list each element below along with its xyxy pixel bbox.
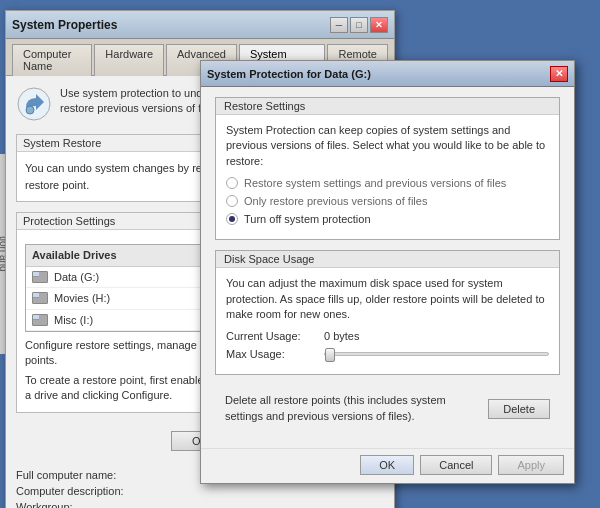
sys-props-titlebar: System Properties ─ □ ✕ [6,11,394,39]
inner-close-button[interactable]: ✕ [550,66,568,82]
close-button[interactable]: ✕ [370,17,388,33]
minimize-button[interactable]: ─ [330,17,348,33]
dialog-bottom-buttons: OK Cancel Apply [201,448,574,483]
computer-desc-label: Computer description: [16,485,146,497]
current-usage-label: Current Usage: [226,330,316,342]
disk-desc: You can adjust the maximum disk space us… [226,276,549,322]
dialog-ok-button[interactable]: OK [360,455,414,475]
delete-button[interactable]: Delete [488,399,550,419]
drive-icon [32,271,48,283]
disk-space-label: Disk Space Usage [216,251,559,268]
radio-circle-2 [226,195,238,207]
inner-titlebar: System Protection for Data (G:) ✕ [201,61,574,87]
footer-row-workgroup: Workgroup: [16,501,384,508]
radio-dot-3 [229,216,235,222]
tab-computer-name[interactable]: Computer Name [12,44,92,76]
max-usage-slider-track[interactable] [324,352,549,356]
drive-icon [32,292,48,304]
radio-label-2: Only restore previous versions of files [244,195,427,207]
dialog-cancel-button[interactable]: Cancel [420,455,492,475]
radio-label-1: Restore system settings and previous ver… [244,177,506,189]
restore-desc: System Protection can keep copies of sys… [226,123,549,169]
workgroup-label: Workgroup: [16,501,146,508]
maximize-button[interactable]: □ [350,17,368,33]
delete-text: Delete all restore points (this includes… [225,393,478,424]
footer-row-desc: Computer description: [16,485,384,497]
radio-circle-1 [226,177,238,189]
restore-settings-box: Restore Settings System Protection can k… [215,97,560,240]
max-usage-row: Max Usage: [226,348,549,360]
inner-dialog-title: System Protection for Data (G:) [207,68,371,80]
full-computer-name-label: Full computer name: [16,469,146,481]
drive-name: Misc (I:) [54,312,93,329]
radio-option-1[interactable]: Restore system settings and previous ver… [226,177,549,189]
tab-hardware[interactable]: Hardware [94,44,164,76]
sys-props-title: System Properties [12,18,117,32]
drive-name: Movies (H:) [54,290,110,307]
radio-label-3: Turn off system protection [244,213,371,225]
max-usage-label: Max Usage: [226,348,316,360]
drive-name: Data (G:) [54,269,99,286]
disk-space-box: Disk Space Usage You can adjust the maxi… [215,250,560,375]
radio-option-3[interactable]: Turn off system protection [226,213,549,225]
inner-dialog: System Protection for Data (G:) ✕ Restor… [200,60,575,484]
svg-point-1 [26,106,34,114]
restore-settings-content: System Protection can keep copies of sys… [216,115,559,239]
current-usage-row: Current Usage: 0 bytes [226,330,549,342]
system-restore-icon [16,86,52,122]
max-usage-slider-thumb[interactable] [325,348,335,362]
dialog-apply-button[interactable]: Apply [498,455,564,475]
restore-settings-label: Restore Settings [216,98,559,115]
radio-option-2[interactable]: Only restore previous versions of files [226,195,549,207]
drive-icon [32,314,48,326]
inner-dialog-content: Restore Settings System Protection can k… [201,87,574,448]
titlebar-controls: ─ □ ✕ [330,17,388,33]
current-usage-value: 0 bytes [324,330,359,342]
radio-circle-3 [226,213,238,225]
disk-space-content: You can adjust the maximum disk space us… [216,268,559,374]
delete-row: Delete all restore points (this includes… [215,385,560,432]
